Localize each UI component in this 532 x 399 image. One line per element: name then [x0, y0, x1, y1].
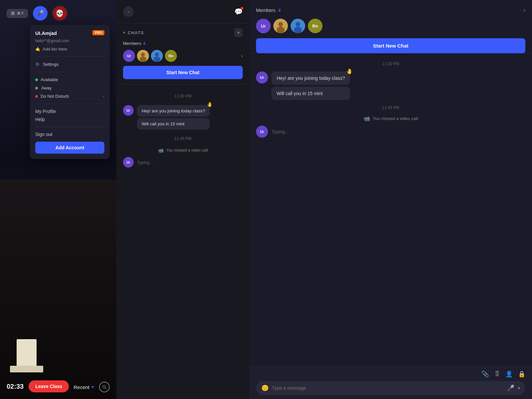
time-label-1: 11:30 PM	[123, 94, 243, 98]
my-profile-link[interactable]: My Profile	[35, 107, 104, 115]
members-count: 4	[143, 41, 145, 46]
typing-text: Typing...	[137, 160, 153, 165]
right-avatar-2	[291, 19, 305, 33]
send-chevron-button[interactable]: ▾	[518, 385, 520, 391]
right-members-row: Members 4 ›	[256, 7, 525, 14]
gif-icon[interactable]: 👤	[505, 370, 513, 378]
chair-prop	[17, 339, 37, 366]
chats-title-row: ▾ CHATS	[123, 30, 144, 35]
message-input[interactable]	[272, 385, 504, 391]
divider-2	[35, 72, 104, 72]
cmd-icon: ⌘	[11, 11, 15, 16]
members-row: Members 4	[123, 41, 243, 46]
start-new-chat-button[interactable]: Start New Chat	[123, 66, 243, 79]
right-video-icon: 📹	[363, 115, 370, 122]
right-start-new-chat-button[interactable]: Start New Chat	[256, 38, 525, 53]
right-msg-avatar-ur: Ur	[256, 71, 268, 83]
leave-class-button[interactable]: Leave Class	[29, 380, 69, 392]
right-messages: 11:30 PM Ur Hey! are you joining today c…	[249, 54, 532, 366]
add-chat-button[interactable]: +	[234, 28, 243, 37]
right-missed-call: You missed a video call	[373, 116, 418, 121]
search-icon	[102, 385, 107, 389]
svg-point-8	[140, 57, 146, 62]
msg-bubbles-1: Hey! are you joining today class? 🤚 Will…	[137, 105, 210, 130]
cmd-f-button[interactable]: ⌘ ⌘ F	[7, 9, 28, 18]
user-avatar-button[interactable]: 💀	[53, 6, 67, 21]
svg-point-16	[296, 22, 300, 27]
right-time-2: 11:45 PM	[256, 105, 525, 110]
right-avatar-1	[273, 19, 288, 33]
search-button[interactable]	[99, 382, 110, 392]
away-dot	[35, 87, 38, 89]
expand-button[interactable]: ›	[123, 6, 134, 17]
left-panel: ⌘ ⌘ F 🎤 💀 UI.Amjad PRO hello**@gmail.com…	[0, 0, 116, 399]
member-avatar-2	[151, 50, 163, 62]
pro-badge: PRO	[92, 30, 104, 35]
message-input-row: 🙂 🎤 ▾	[256, 381, 525, 395]
add-account-button[interactable]: Add Account	[35, 142, 104, 154]
dnd-status[interactable]: Do Not Disturb ›	[35, 92, 104, 100]
member-avatar-ur: Ur	[123, 50, 135, 62]
settings-menu-item[interactable]: ⚙ Settings	[35, 60, 104, 68]
divider-1	[35, 56, 104, 57]
chats-title: CHATS	[128, 30, 144, 35]
right-avatar-rn: Rn	[308, 19, 323, 33]
msg-avatar-ur: Ur	[123, 105, 134, 116]
right-members-count: 4	[278, 8, 281, 13]
right-typing-avatar: Ur	[256, 126, 268, 138]
available-status[interactable]: Available	[35, 75, 104, 84]
collapse-icon: ▾	[123, 30, 125, 35]
svg-line-5	[105, 388, 106, 389]
recent-label: Recent	[73, 384, 89, 390]
wave-emoji: 🤙	[35, 47, 41, 52]
right-msg-bubble-2: Will call you in 15 mint	[271, 87, 350, 100]
chats-section: ▾ CHATS + Members 4 Ur	[116, 23, 249, 84]
right-members-label: Members 4	[256, 8, 281, 13]
chats-header: ▾ CHATS +	[123, 28, 243, 37]
chat-top-bar: › 💬	[116, 0, 249, 23]
right-time-1: 11:30 PM	[256, 62, 525, 66]
right-typing-text: Typing...	[271, 129, 289, 134]
member-avatar-rn: Rn	[165, 50, 177, 62]
member-avatar-1	[137, 50, 149, 62]
right-msg-row-1: Ur Hey! are you joining today class? 🤚 W…	[256, 71, 525, 100]
chat-panel: › 💬 ▾ CHATS + Members 4	[116, 0, 249, 399]
recent-dropdown[interactable]: Recent ▾	[73, 384, 94, 390]
right-system-msg: 📹 You missed a video call	[256, 115, 525, 122]
attachment-icon[interactable]: 📎	[481, 370, 489, 378]
sign-out-link[interactable]: Sign out	[35, 130, 104, 138]
cmd-label: ⌘ F	[17, 11, 24, 16]
profile-name: UI.Amjad	[35, 30, 57, 36]
sticker-icon[interactable]: 🎛	[494, 370, 500, 378]
divider-4	[35, 127, 104, 127]
chevron-right-icon: ›	[128, 9, 129, 14]
svg-point-17	[294, 27, 302, 33]
right-more-arrow[interactable]: ›	[523, 7, 525, 14]
members-more-arrow[interactable]: ›	[241, 53, 243, 59]
svg-point-4	[103, 385, 105, 388]
msg-bubble-1: Hey! are you joining today class? 🤚	[137, 105, 210, 117]
input-area: 📎 🎛 👤 🔒 🙂 🎤 ▾	[249, 366, 532, 399]
system-message: 📹 You missed a video call	[123, 148, 243, 153]
right-wave-icon: 🤚	[346, 68, 353, 74]
settings-label: Settings	[43, 62, 59, 67]
emoji-button[interactable]: 🙂	[261, 384, 269, 392]
members-label: Members 4	[123, 41, 145, 46]
right-msg-bubble-1: Hey! are you joining today class? 🤚	[271, 71, 350, 85]
members-text: Members	[123, 41, 141, 46]
app-container: ⌘ ⌘ F 🎤 💀 UI.Amjad PRO hello**@gmail.com…	[0, 0, 532, 399]
chat-notification-button[interactable]: 💬	[234, 8, 243, 16]
msg-bubble-2: Will call you in 15 mint	[137, 118, 210, 130]
mic-button[interactable]: 🎤	[33, 6, 48, 21]
chevron-down-icon: ▾	[91, 384, 94, 390]
away-status[interactable]: Away	[35, 84, 104, 92]
svg-point-10	[155, 53, 159, 57]
member-avatars: Ur	[123, 50, 177, 62]
lock-icon[interactable]: 🔒	[518, 370, 525, 378]
avatar-image: 💀	[53, 7, 66, 20]
add-bio[interactable]: 🤙 Add bio here	[35, 47, 104, 52]
help-link[interactable]: Help	[35, 115, 104, 123]
voice-record-button[interactable]: 🎤	[507, 384, 514, 392]
profile-email: hello**@gmail.com	[35, 39, 104, 43]
bottom-bar: 02:33 Leave Class	[7, 380, 69, 392]
